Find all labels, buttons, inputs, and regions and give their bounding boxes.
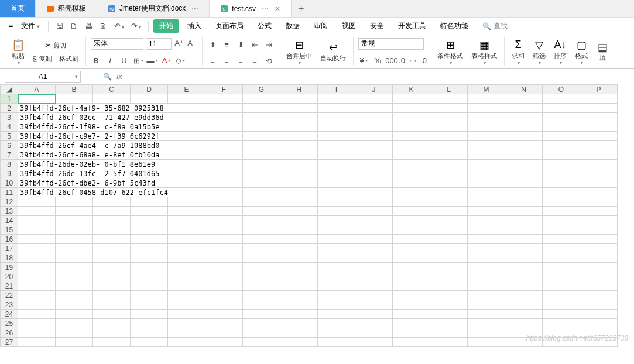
cell-J17[interactable] <box>355 244 393 253</box>
decrease-font-icon[interactable]: A⁻ <box>187 38 197 49</box>
cell-C14[interactable] <box>93 216 131 225</box>
cell-G19[interactable] <box>243 263 280 272</box>
cell-L26[interactable] <box>430 328 468 338</box>
col-header-A[interactable]: A <box>18 85 56 94</box>
cell-K12[interactable] <box>393 197 430 207</box>
cell-M16[interactable] <box>468 235 505 244</box>
cell-J11[interactable] <box>355 188 393 197</box>
cell-N7[interactable] <box>505 150 543 160</box>
cell-D19[interactable] <box>131 263 168 272</box>
underline-button[interactable]: U <box>119 56 129 66</box>
cell-N14[interactable] <box>505 216 543 225</box>
cell-G10[interactable] <box>243 178 280 188</box>
cell-A15[interactable] <box>18 225 56 235</box>
cell-F19[interactable] <box>205 263 243 272</box>
cell-K19[interactable] <box>393 263 430 272</box>
cell-P14[interactable] <box>580 216 618 225</box>
cell-C22[interactable] <box>93 291 131 300</box>
cell-A8[interactable]: 39fb4ffd-26de-02eb- 0-bf1 8e61e9 <box>18 160 205 169</box>
cell-P21[interactable] <box>580 281 618 291</box>
cell-M5[interactable] <box>468 132 505 141</box>
cell-N2[interactable] <box>505 104 543 113</box>
cell-E25[interactable] <box>168 319 205 328</box>
cell-O19[interactable] <box>543 263 580 272</box>
cell-H5[interactable] <box>280 132 318 141</box>
cell-E1[interactable] <box>168 94 205 104</box>
cell-F3[interactable] <box>205 113 243 122</box>
increase-font-icon[interactable]: A⁺ <box>174 38 184 49</box>
row-header-6[interactable]: 6 <box>1 141 18 150</box>
decimal-increase-icon[interactable]: .0→ <box>400 56 411 66</box>
cell-D22[interactable] <box>131 291 168 300</box>
cell-F11[interactable] <box>205 188 243 197</box>
cell-D14[interactable] <box>131 216 168 225</box>
cell-G11[interactable] <box>243 188 280 197</box>
cell-A21[interactable] <box>18 281 56 291</box>
cell-G9[interactable] <box>243 169 280 178</box>
cell-P4[interactable] <box>580 122 618 132</box>
cell-C17[interactable] <box>93 244 131 253</box>
cell-O22[interactable] <box>543 291 580 300</box>
cell-M3[interactable] <box>468 113 505 122</box>
cell-C1[interactable] <box>93 94 131 104</box>
cell-O23[interactable] <box>543 300 580 310</box>
cell-M17[interactable] <box>468 244 505 253</box>
cell-A17[interactable] <box>18 244 56 253</box>
cell-G5[interactable] <box>243 132 280 141</box>
cell-K5[interactable] <box>393 132 430 141</box>
cut-button[interactable]: ✂ 剪切 <box>43 40 68 51</box>
menu-insert[interactable]: 插入 <box>181 21 207 31</box>
col-header-H[interactable]: H <box>280 85 318 94</box>
cell-A11[interactable]: 39fb4ffd-26cf-0458-d107-622 efc1fc4 <box>18 188 205 197</box>
align-right-icon[interactable]: ≡ <box>235 56 246 67</box>
cell-K4[interactable] <box>393 122 430 132</box>
format-button[interactable]: ▢ 格式 <box>573 37 590 67</box>
cell-L24[interactable] <box>430 310 468 319</box>
cell-F15[interactable] <box>205 225 243 235</box>
cell-P17[interactable] <box>580 244 618 253</box>
cell-A14[interactable] <box>18 216 56 225</box>
cell-H20[interactable] <box>280 272 318 281</box>
cell-L16[interactable] <box>430 235 468 244</box>
cell-H17[interactable] <box>280 244 318 253</box>
col-header-L[interactable]: L <box>430 85 468 94</box>
cell-I13[interactable] <box>318 207 355 216</box>
cell-P1[interactable] <box>580 94 618 104</box>
cell-J3[interactable] <box>355 113 393 122</box>
cell-D26[interactable] <box>131 328 168 338</box>
row-header-7[interactable]: 7 <box>1 150 18 160</box>
border-button[interactable]: ⊞ <box>133 56 143 66</box>
cell-M12[interactable] <box>468 197 505 207</box>
cell-A25[interactable] <box>18 319 56 328</box>
cell-G25[interactable] <box>243 319 280 328</box>
sum-button[interactable]: Σ 求和 <box>509 37 527 67</box>
cell-A2[interactable]: 39fb4ffd-26cf-4af9- 35-682 0925318 <box>18 104 205 113</box>
orientation-icon[interactable]: ⟲ <box>263 56 274 67</box>
cell-I15[interactable] <box>318 225 355 235</box>
col-header-P[interactable]: P <box>580 85 618 94</box>
cell-G24[interactable] <box>243 310 280 319</box>
cell-J20[interactable] <box>355 272 393 281</box>
cell-K11[interactable] <box>393 188 430 197</box>
tab-template[interactable]: 稻壳模板 <box>36 0 97 17</box>
cell-H8[interactable] <box>280 160 318 169</box>
cell-J18[interactable] <box>355 253 393 263</box>
cell-K14[interactable] <box>393 216 430 225</box>
cell-A4[interactable]: 39fb4ffd-26cf-1f98- c-f8a 0a15b5e <box>18 122 205 132</box>
cell-I26[interactable] <box>318 328 355 338</box>
cell-G18[interactable] <box>243 253 280 263</box>
qa-print-icon[interactable]: 🖶 <box>83 22 95 30</box>
cell-O15[interactable] <box>543 225 580 235</box>
font-name-select[interactable] <box>91 38 143 50</box>
cell-O4[interactable] <box>543 122 580 132</box>
cell-E13[interactable] <box>168 207 205 216</box>
filter-button[interactable]: ▽ 筛选 <box>530 37 548 67</box>
cell-I24[interactable] <box>318 310 355 319</box>
cell-L13[interactable] <box>430 207 468 216</box>
row-header-13[interactable]: 13 <box>1 207 18 216</box>
cell-G23[interactable] <box>243 300 280 310</box>
cell-A12[interactable] <box>18 197 56 207</box>
number-format-select[interactable] <box>358 38 424 50</box>
cell-I12[interactable] <box>318 197 355 207</box>
cell-B24[interactable] <box>56 310 93 319</box>
